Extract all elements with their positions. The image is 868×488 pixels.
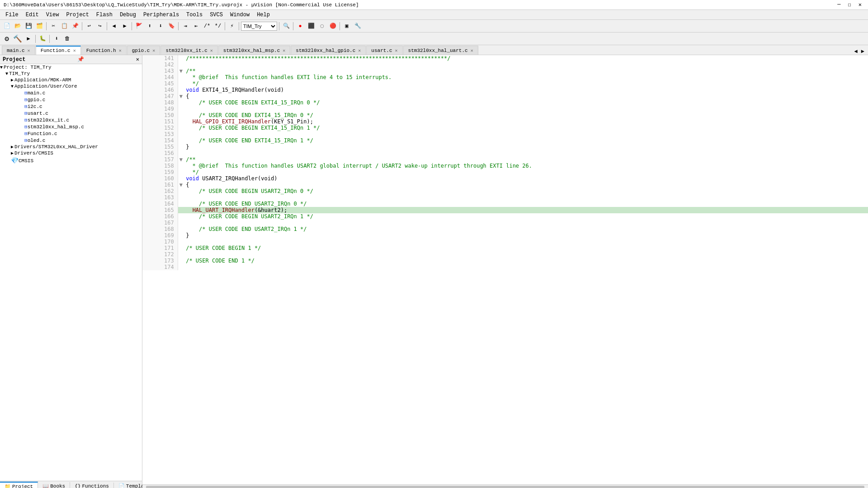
fold-control[interactable] (178, 118, 184, 125)
tree-file-item[interactable]: ▶ ⊞ i2c.c (0, 103, 142, 110)
open-button[interactable]: 📂 (13, 21, 23, 31)
tree-file-item[interactable]: ▶ ⊞ stm32l0xx_it.c (0, 117, 142, 123)
fold-control[interactable]: ▼ (178, 68, 184, 74)
menu-item-debug[interactable]: Debug (116, 11, 140, 19)
code-content[interactable]: 141/************************************… (142, 55, 868, 484)
code-text[interactable] (184, 220, 868, 226)
fold-control[interactable] (178, 169, 184, 175)
fold-control[interactable] (178, 150, 184, 156)
fold-control[interactable] (178, 239, 184, 245)
code-text[interactable] (184, 106, 868, 112)
menu-item-tools[interactable]: Tools (183, 11, 206, 19)
save-button[interactable]: 💾 (24, 21, 33, 31)
fold-control[interactable] (178, 99, 184, 106)
fold-control[interactable] (178, 264, 184, 270)
file-tab-stm32l0xx_hal_uartc[interactable]: stm32l0xx_hal_uart.c✕ (403, 46, 478, 55)
code-text[interactable]: /* USER CODE BEGIN EXTI4_15_IRQn 0 */ (184, 99, 868, 106)
undo-button[interactable]: ↩ (84, 21, 94, 31)
save-all-button[interactable]: 🗂️ (34, 21, 44, 31)
target-select[interactable]: TIM_Try (241, 22, 277, 31)
file-tab-mainc[interactable]: main.c✕ (2, 46, 35, 55)
fold-control[interactable] (178, 201, 184, 207)
fold-control[interactable] (178, 213, 184, 220)
tab-close-icon[interactable]: ✕ (283, 48, 285, 53)
tree-item[interactable]: ▼ Application/User/Core (0, 83, 142, 89)
sidebar-tab-books[interactable]: 📖 Books (38, 482, 70, 488)
code-text[interactable]: /* USER CODE BEGIN 1 */ (184, 245, 868, 251)
file-tab-usartc[interactable]: usart.c✕ (366, 46, 402, 55)
fold-control[interactable] (178, 131, 184, 137)
code-text[interactable]: * @brief This function handles USART2 gl… (184, 163, 868, 169)
translate-button[interactable]: ▶ (24, 34, 33, 44)
fold-control[interactable] (178, 112, 184, 118)
fold-control[interactable]: ▼ (178, 156, 184, 163)
tree-file-item[interactable]: ▶ ⊞ main.c (0, 89, 142, 96)
tree-file-item[interactable]: ▶ ⊞ stm32l0xx_hal_msp.c (0, 123, 142, 130)
minimize-button[interactable]: — (835, 1, 843, 8)
fold-control[interactable] (178, 194, 184, 201)
code-text[interactable]: { (184, 93, 868, 99)
code-text[interactable]: /* USER CODE BEGIN USART2_IRQn 1 */ (184, 213, 868, 220)
comment-button[interactable]: /* (202, 21, 212, 31)
code-text[interactable] (184, 251, 868, 258)
code-text[interactable] (184, 61, 868, 68)
code-text[interactable] (184, 239, 868, 245)
code-text[interactable]: */ (184, 80, 868, 87)
tree-item[interactable]: ▶ Application/MDK-ARM (0, 77, 142, 83)
uncomment-button[interactable]: */ (213, 21, 223, 31)
fold-control[interactable] (178, 207, 184, 213)
cut-button[interactable]: ✂ (48, 21, 58, 31)
code-text[interactable]: /* USER CODE END USART2_IRQn 1 */ (184, 226, 868, 232)
tab-close-icon[interactable]: ✕ (210, 48, 213, 53)
code-text[interactable]: /***************************************… (184, 55, 868, 61)
tree-item[interactable]: ▶ Drivers/CMSIS (0, 150, 142, 156)
fold-control[interactable] (178, 125, 184, 131)
bookmark-button[interactable]: 🚩 (134, 21, 144, 31)
menu-item-project[interactable]: Project (62, 11, 92, 19)
tab-close-icon[interactable]: ✕ (471, 48, 473, 53)
code-text[interactable]: * @brief This function handles EXTI line… (184, 74, 868, 80)
unindent-button[interactable]: ⇤ (191, 21, 201, 31)
menu-item-peripherals[interactable]: Peripherals (140, 11, 183, 19)
fold-control[interactable] (178, 55, 184, 61)
sidebar-tab-project[interactable]: 📁 Project (0, 482, 38, 488)
debug-button[interactable]: 🐛 (38, 34, 47, 44)
code-text[interactable]: /** (184, 68, 868, 74)
code-text[interactable]: /* USER CODE BEGIN EXTI4_15_IRQn 1 */ (184, 125, 868, 131)
code-text[interactable]: void USART2_IRQHandler(void) (184, 175, 868, 182)
fold-control[interactable] (178, 144, 184, 150)
debug-run-button[interactable]: ● (295, 21, 305, 31)
flash-button[interactable]: ⚡ (227, 21, 237, 31)
tab-close-icon[interactable]: ✕ (358, 48, 361, 53)
tree-item[interactable]: ▼ TIM_Try (0, 70, 142, 77)
code-text[interactable]: HAL_GPIO_EXTI_IRQHandler(KEY_S1_Pin); (184, 118, 868, 125)
close-button[interactable]: ✕ (856, 1, 864, 8)
menu-item-window[interactable]: Window (226, 11, 253, 19)
file-tab-Functionc[interactable]: Function.c✕ (36, 46, 81, 55)
prev-bookmark-button[interactable]: ⬆ (145, 21, 155, 31)
menu-item-svcs[interactable]: SVCS (206, 11, 226, 19)
code-text[interactable]: /* USER CODE BEGIN USART2_IRQn 0 */ (184, 188, 868, 194)
code-text[interactable]: void EXTI4_15_IRQHandler(void) (184, 87, 868, 93)
new-file-button[interactable]: 📄 (2, 21, 12, 31)
tab-close-icon[interactable]: ✕ (395, 48, 398, 53)
horizontal-scrollbar[interactable] (142, 484, 868, 488)
tab-close-icon[interactable]: ✕ (152, 48, 155, 53)
fold-control[interactable] (178, 74, 184, 80)
paste-button[interactable]: 📌 (70, 21, 80, 31)
menu-item-edit[interactable]: Edit (22, 11, 42, 19)
tab-close-icon[interactable]: ✕ (28, 48, 30, 53)
menu-item-flash[interactable]: Flash (93, 11, 116, 19)
tree-file-item[interactable]: ▶ ⊞ oled.c (0, 137, 142, 144)
tree-item[interactable]: ▼ Project: TIM_Try (0, 64, 142, 70)
file-tab-stm32l0xx_itc[interactable]: stm32l0xx_it.c✕ (160, 46, 217, 55)
fold-control[interactable] (178, 137, 184, 144)
debug-step-button[interactable]: 🔴 (328, 21, 338, 31)
nav-forward-button[interactable]: ▶ (120, 21, 130, 31)
file-tab-gpioc[interactable]: gpio.c✕ (127, 46, 160, 55)
fold-control[interactable] (178, 220, 184, 226)
indent-button[interactable]: ⇥ (180, 21, 190, 31)
tree-item[interactable]: ▶ Drivers/STM32L0xx_HAL_Driver (0, 144, 142, 150)
sidebar-tab-functions[interactable]: {} Functions (70, 483, 114, 488)
fold-control[interactable] (178, 258, 184, 264)
